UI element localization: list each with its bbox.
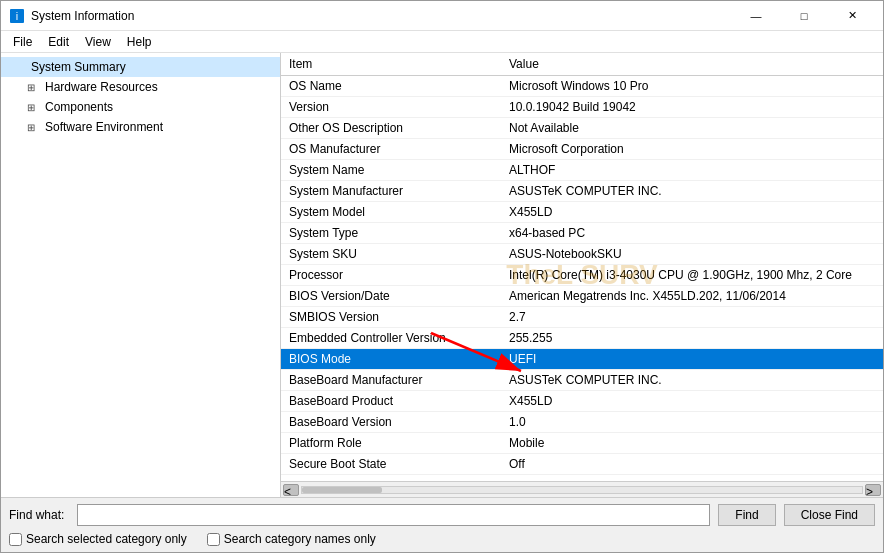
table-row: Platform RoleMobile [281, 433, 883, 454]
sidebar-label-hardware-resources: Hardware Resources [45, 80, 158, 94]
table-cell-item: SMBIOS Version [281, 307, 501, 328]
hscroll-thumb [302, 487, 382, 493]
maximize-button[interactable]: □ [781, 1, 827, 31]
table-row: System NameALTHOF [281, 160, 883, 181]
table-cell-item: Other OS Description [281, 118, 501, 139]
table-cell-item: BaseBoard Manufacturer [281, 370, 501, 391]
table-cell-value: UEFI [501, 349, 883, 370]
table-cell-item: System Manufacturer [281, 181, 501, 202]
sidebar-item-components[interactable]: ⊞ Components [1, 97, 280, 117]
table-cell-value: Intel(R) Core(TM) i3-4030U CPU @ 1.90GHz… [501, 265, 883, 286]
table-row: Version10.0.19042 Build 19042 [281, 97, 883, 118]
table-row: Secure Boot StateOff [281, 454, 883, 475]
close-button[interactable]: ✕ [829, 1, 875, 31]
table-cell-value: 255.255 [501, 328, 883, 349]
minimize-button[interactable]: ― [733, 1, 779, 31]
svg-text:i: i [16, 10, 18, 22]
table-cell-value: Mobile [501, 433, 883, 454]
table-row: Other OS DescriptionNot Available [281, 118, 883, 139]
table-cell-value: American Megatrends Inc. X455LD.202, 11/… [501, 286, 883, 307]
check-row: Search selected category only Search cat… [9, 532, 875, 546]
window-controls: ― □ ✕ [733, 1, 875, 31]
horizontal-scrollbar[interactable]: < > [281, 481, 883, 497]
table-row: SMBIOS Version2.7 [281, 307, 883, 328]
table-row: System SKUASUS-NotebookSKU [281, 244, 883, 265]
table-cell-item: OS Name [281, 76, 501, 97]
sidebar: System Summary ⊞ Hardware Resources ⊞ Co… [1, 53, 281, 497]
table-cell-value: 10.0.19042 Build 19042 [501, 97, 883, 118]
check-selected-category-input[interactable] [9, 533, 22, 546]
table-row: System ManufacturerASUSTeK COMPUTER INC. [281, 181, 883, 202]
table-cell-item: BIOS Mode [281, 349, 501, 370]
close-find-button[interactable]: Close Find [784, 504, 875, 526]
find-row: Find what: Find Close Find [9, 504, 875, 526]
table-cell-value: ALTHOF [501, 160, 883, 181]
menu-edit[interactable]: Edit [40, 33, 77, 51]
menu-bar: File Edit View Help [1, 31, 883, 53]
check-category-names[interactable]: Search category names only [207, 532, 376, 546]
table-row: ProcessorIntel(R) Core(TM) i3-4030U CPU … [281, 265, 883, 286]
table-cell-item: BaseBoard Product [281, 391, 501, 412]
main-content: System Summary ⊞ Hardware Resources ⊞ Co… [1, 53, 883, 497]
expand-icon-hardware: ⊞ [27, 82, 41, 93]
check-selected-category-label: Search selected category only [26, 532, 187, 546]
table-row: System Typex64-based PC [281, 223, 883, 244]
col-header-item: Item [281, 53, 501, 76]
sidebar-item-software-environment[interactable]: ⊞ Software Environment [1, 117, 280, 137]
expand-icon-software: ⊞ [27, 122, 41, 133]
hscroll-left-btn[interactable]: < [283, 484, 299, 496]
table-cell-value: X455LD [501, 391, 883, 412]
sidebar-item-system-summary[interactable]: System Summary [1, 57, 280, 77]
find-input[interactable] [77, 504, 710, 526]
menu-view[interactable]: View [77, 33, 119, 51]
app-icon: i [9, 8, 25, 24]
table-row: OS NameMicrosoft Windows 10 Pro [281, 76, 883, 97]
table-cell-value: x64-based PC [501, 223, 883, 244]
menu-help[interactable]: Help [119, 33, 160, 51]
table-cell-item: BIOS Version/Date [281, 286, 501, 307]
hscroll-track[interactable] [301, 486, 863, 494]
info-table: Item Value OS NameMicrosoft Windows 10 P… [281, 53, 883, 475]
table-cell-item: Version [281, 97, 501, 118]
table-cell-value: Microsoft Corporation [501, 139, 883, 160]
table-cell-item: Platform Role [281, 433, 501, 454]
table-cell-value: ASUS-NotebookSKU [501, 244, 883, 265]
table-cell-value: Off [501, 454, 883, 475]
table-cell-value: 2.7 [501, 307, 883, 328]
sidebar-label-software-environment: Software Environment [45, 120, 163, 134]
find-label: Find what: [9, 508, 69, 522]
check-selected-category[interactable]: Search selected category only [9, 532, 187, 546]
table-row: BaseBoard Version1.0 [281, 412, 883, 433]
table-row: BaseBoard ProductX455LD [281, 391, 883, 412]
table-cell-item: System Type [281, 223, 501, 244]
table-container[interactable]: Item Value OS NameMicrosoft Windows 10 P… [281, 53, 883, 481]
table-row: System ModelX455LD [281, 202, 883, 223]
sidebar-item-hardware-resources[interactable]: ⊞ Hardware Resources [1, 77, 280, 97]
hscroll-right-btn[interactable]: > [865, 484, 881, 496]
table-row: BIOS Version/DateAmerican Megatrends Inc… [281, 286, 883, 307]
expand-icon-components: ⊞ [27, 102, 41, 113]
table-cell-value: X455LD [501, 202, 883, 223]
table-cell-item: OS Manufacturer [281, 139, 501, 160]
table-cell-value: ASUSTeK COMPUTER INC. [501, 181, 883, 202]
window-title: System Information [31, 9, 733, 23]
sidebar-label-system-summary: System Summary [31, 60, 126, 74]
find-button[interactable]: Find [718, 504, 775, 526]
table-cell-value: Microsoft Windows 10 Pro [501, 76, 883, 97]
title-bar: i System Information ― □ ✕ [1, 1, 883, 31]
table-cell-item: System Model [281, 202, 501, 223]
table-cell-item: Embedded Controller Version [281, 328, 501, 349]
check-category-names-label: Search category names only [224, 532, 376, 546]
table-row: Embedded Controller Version255.255 [281, 328, 883, 349]
table-cell-item: Processor [281, 265, 501, 286]
table-cell-item: System SKU [281, 244, 501, 265]
table-row: BIOS ModeUEFI [281, 349, 883, 370]
main-window: i System Information ― □ ✕ File Edit Vie… [0, 0, 884, 553]
bottom-bar: Find what: Find Close Find Search select… [1, 497, 883, 552]
menu-file[interactable]: File [5, 33, 40, 51]
table-cell-value: 1.0 [501, 412, 883, 433]
content-pane: Item Value OS NameMicrosoft Windows 10 P… [281, 53, 883, 497]
check-category-names-input[interactable] [207, 533, 220, 546]
table-cell-item: System Name [281, 160, 501, 181]
table-cell-item: BaseBoard Version [281, 412, 501, 433]
